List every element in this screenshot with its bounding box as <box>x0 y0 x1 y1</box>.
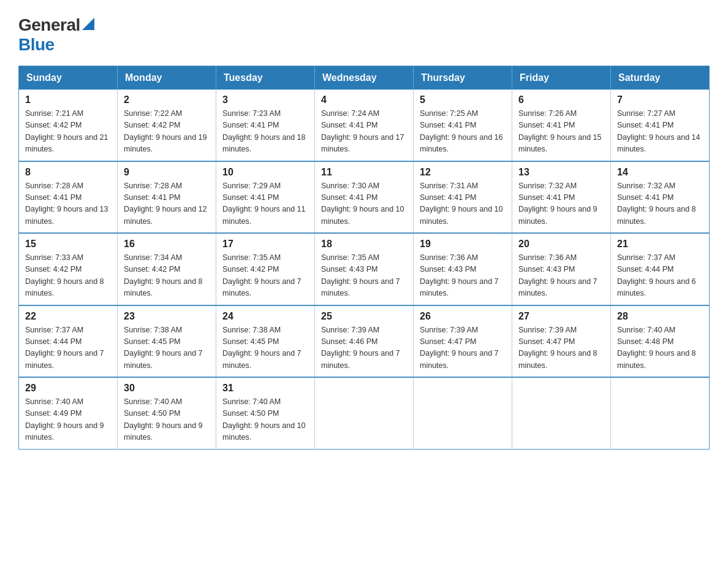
weekday-header-saturday: Saturday <box>611 66 710 90</box>
calendar-cell: 20 Sunrise: 7:36 AMSunset: 4:43 PMDaylig… <box>512 233 611 305</box>
day-info: Sunrise: 7:40 AMSunset: 4:50 PMDaylight:… <box>222 397 306 442</box>
calendar-cell <box>611 377 710 449</box>
calendar-cell: 12 Sunrise: 7:31 AMSunset: 4:41 PMDaylig… <box>414 161 512 234</box>
day-number: 24 <box>222 311 308 322</box>
weekday-header-monday: Monday <box>118 66 216 90</box>
day-info: Sunrise: 7:29 AMSunset: 4:41 PMDaylight:… <box>222 182 306 226</box>
calendar-cell: 7 Sunrise: 7:27 AMSunset: 4:41 PMDayligh… <box>611 90 710 161</box>
calendar-week-row: 15 Sunrise: 7:33 AMSunset: 4:42 PMDaylig… <box>19 233 710 305</box>
day-info: Sunrise: 7:25 AMSunset: 4:41 PMDaylight:… <box>420 109 503 153</box>
calendar-week-row: 29 Sunrise: 7:40 AMSunset: 4:49 PMDaylig… <box>19 377 710 449</box>
calendar-table: SundayMondayTuesdayWednesdayThursdayFrid… <box>18 66 710 450</box>
day-info: Sunrise: 7:38 AMSunset: 4:45 PMDaylight:… <box>222 326 301 370</box>
day-info: Sunrise: 7:28 AMSunset: 4:41 PMDaylight:… <box>124 182 207 226</box>
day-info: Sunrise: 7:32 AMSunset: 4:41 PMDaylight:… <box>617 182 696 226</box>
calendar-cell: 8 Sunrise: 7:28 AMSunset: 4:41 PMDayligh… <box>19 161 118 234</box>
day-info: Sunrise: 7:39 AMSunset: 4:47 PMDaylight:… <box>518 326 597 370</box>
page-header: General Blue <box>18 12 710 55</box>
day-number: 21 <box>617 239 703 250</box>
calendar-cell: 19 Sunrise: 7:36 AMSunset: 4:43 PMDaylig… <box>414 233 512 305</box>
calendar-cell: 10 Sunrise: 7:29 AMSunset: 4:41 PMDaylig… <box>216 161 315 234</box>
day-info: Sunrise: 7:36 AMSunset: 4:43 PMDaylight:… <box>518 253 597 297</box>
day-number: 9 <box>124 167 210 178</box>
day-number: 30 <box>124 383 210 394</box>
day-number: 1 <box>25 94 111 105</box>
day-info: Sunrise: 7:36 AMSunset: 4:43 PMDaylight:… <box>420 253 499 297</box>
calendar-cell <box>315 377 414 449</box>
day-info: Sunrise: 7:23 AMSunset: 4:41 PMDaylight:… <box>222 109 306 153</box>
weekday-header-tuesday: Tuesday <box>216 66 315 90</box>
day-info: Sunrise: 7:30 AMSunset: 4:41 PMDaylight:… <box>321 182 404 226</box>
logo-triangle-icon <box>82 18 94 30</box>
calendar-cell: 16 Sunrise: 7:34 AMSunset: 4:42 PMDaylig… <box>118 233 216 305</box>
logo-blue: Blue <box>18 35 55 55</box>
calendar-week-row: 22 Sunrise: 7:37 AMSunset: 4:44 PMDaylig… <box>19 305 710 378</box>
day-number: 25 <box>321 311 407 322</box>
day-number: 2 <box>124 94 210 105</box>
calendar-cell: 2 Sunrise: 7:22 AMSunset: 4:42 PMDayligh… <box>118 90 216 161</box>
day-number: 27 <box>518 311 604 322</box>
day-number: 4 <box>321 94 407 105</box>
calendar-cell: 22 Sunrise: 7:37 AMSunset: 4:44 PMDaylig… <box>19 305 118 378</box>
day-info: Sunrise: 7:31 AMSunset: 4:41 PMDaylight:… <box>420 182 503 226</box>
day-info: Sunrise: 7:40 AMSunset: 4:50 PMDaylight:… <box>124 397 203 442</box>
day-number: 15 <box>25 239 111 250</box>
day-number: 13 <box>518 167 604 178</box>
day-info: Sunrise: 7:34 AMSunset: 4:42 PMDaylight:… <box>124 253 203 297</box>
calendar-cell: 26 Sunrise: 7:39 AMSunset: 4:47 PMDaylig… <box>414 305 512 378</box>
day-info: Sunrise: 7:24 AMSunset: 4:41 PMDaylight:… <box>321 109 404 153</box>
calendar-cell: 3 Sunrise: 7:23 AMSunset: 4:41 PMDayligh… <box>216 90 315 161</box>
day-info: Sunrise: 7:39 AMSunset: 4:47 PMDaylight:… <box>420 326 499 370</box>
calendar-cell: 24 Sunrise: 7:38 AMSunset: 4:45 PMDaylig… <box>216 305 315 378</box>
calendar-cell <box>512 377 611 449</box>
calendar-cell: 9 Sunrise: 7:28 AMSunset: 4:41 PMDayligh… <box>118 161 216 234</box>
day-info: Sunrise: 7:27 AMSunset: 4:41 PMDaylight:… <box>617 109 700 153</box>
day-number: 18 <box>321 239 407 250</box>
day-number: 6 <box>518 94 604 105</box>
day-number: 17 <box>222 239 308 250</box>
svg-marker-0 <box>82 18 94 30</box>
day-info: Sunrise: 7:38 AMSunset: 4:45 PMDaylight:… <box>124 326 203 370</box>
calendar-week-row: 1 Sunrise: 7:21 AMSunset: 4:42 PMDayligh… <box>19 90 710 161</box>
day-number: 11 <box>321 167 407 178</box>
day-info: Sunrise: 7:39 AMSunset: 4:46 PMDaylight:… <box>321 326 400 370</box>
calendar-cell: 17 Sunrise: 7:35 AMSunset: 4:42 PMDaylig… <box>216 233 315 305</box>
calendar-cell: 14 Sunrise: 7:32 AMSunset: 4:41 PMDaylig… <box>611 161 710 234</box>
calendar-cell: 4 Sunrise: 7:24 AMSunset: 4:41 PMDayligh… <box>315 90 414 161</box>
day-number: 8 <box>25 167 111 178</box>
day-info: Sunrise: 7:37 AMSunset: 4:44 PMDaylight:… <box>25 326 104 370</box>
day-info: Sunrise: 7:35 AMSunset: 4:42 PMDaylight:… <box>222 253 301 297</box>
day-info: Sunrise: 7:33 AMSunset: 4:42 PMDaylight:… <box>25 253 104 297</box>
logo-general: General <box>18 15 80 35</box>
day-info: Sunrise: 7:26 AMSunset: 4:41 PMDaylight:… <box>518 109 602 153</box>
day-number: 31 <box>222 383 308 394</box>
calendar-cell: 11 Sunrise: 7:30 AMSunset: 4:41 PMDaylig… <box>315 161 414 234</box>
day-number: 14 <box>617 167 703 178</box>
calendar-cell: 21 Sunrise: 7:37 AMSunset: 4:44 PMDaylig… <box>611 233 710 305</box>
calendar-cell: 5 Sunrise: 7:25 AMSunset: 4:41 PMDayligh… <box>414 90 512 161</box>
calendar-cell: 25 Sunrise: 7:39 AMSunset: 4:46 PMDaylig… <box>315 305 414 378</box>
day-number: 3 <box>222 94 308 105</box>
day-number: 28 <box>617 311 703 322</box>
day-info: Sunrise: 7:40 AMSunset: 4:49 PMDaylight:… <box>25 397 104 442</box>
day-info: Sunrise: 7:21 AMSunset: 4:42 PMDaylight:… <box>25 109 108 153</box>
weekday-header-thursday: Thursday <box>414 66 512 90</box>
calendar-cell: 30 Sunrise: 7:40 AMSunset: 4:50 PMDaylig… <box>118 377 216 449</box>
weekday-header-friday: Friday <box>512 66 611 90</box>
calendar-cell: 15 Sunrise: 7:33 AMSunset: 4:42 PMDaylig… <box>19 233 118 305</box>
calendar-cell: 1 Sunrise: 7:21 AMSunset: 4:42 PMDayligh… <box>19 90 118 161</box>
day-number: 5 <box>420 94 506 105</box>
day-info: Sunrise: 7:37 AMSunset: 4:44 PMDaylight:… <box>617 253 696 297</box>
day-number: 23 <box>124 311 210 322</box>
weekday-header-sunday: Sunday <box>19 66 118 90</box>
calendar-cell: 27 Sunrise: 7:39 AMSunset: 4:47 PMDaylig… <box>512 305 611 378</box>
day-number: 26 <box>420 311 506 322</box>
day-info: Sunrise: 7:40 AMSunset: 4:48 PMDaylight:… <box>617 326 696 370</box>
calendar-cell: 23 Sunrise: 7:38 AMSunset: 4:45 PMDaylig… <box>118 305 216 378</box>
logo: General Blue <box>18 12 94 55</box>
calendar-cell: 6 Sunrise: 7:26 AMSunset: 4:41 PMDayligh… <box>512 90 611 161</box>
day-number: 20 <box>518 239 604 250</box>
day-info: Sunrise: 7:22 AMSunset: 4:42 PMDaylight:… <box>124 109 207 153</box>
day-number: 19 <box>420 239 506 250</box>
day-number: 7 <box>617 94 703 105</box>
